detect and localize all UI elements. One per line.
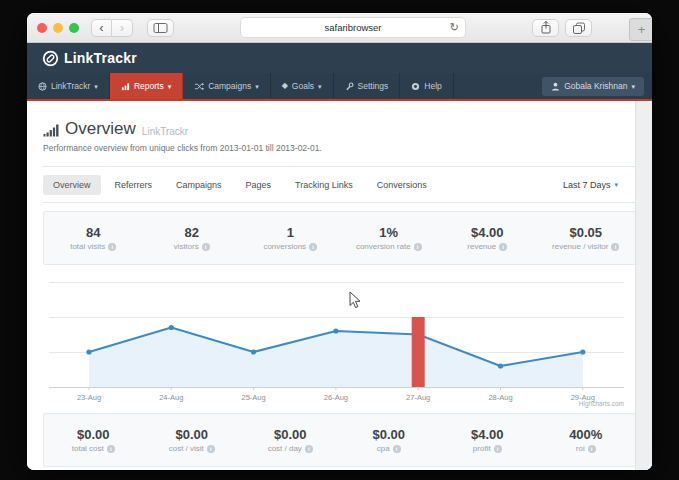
tab-overview[interactable]: Overview [43, 175, 101, 195]
stat-value: $0.00 [175, 427, 208, 442]
nav-item-label: Campaigns [208, 81, 251, 91]
stat-conversion-rate: 1% conversion ratei [340, 212, 439, 264]
svg-text:28-Aug: 28-Aug [488, 393, 512, 402]
page-title: Overview [65, 119, 136, 139]
svg-text:27-Aug: 27-Aug [406, 393, 430, 402]
page-content: Overview LinkTrackr Performance overview… [27, 101, 652, 470]
stat-roi: 400% roii [537, 414, 636, 466]
diamond-icon: ◆ [282, 82, 288, 90]
tab-conversions[interactable]: Conversions [367, 175, 437, 195]
info-icon[interactable]: i [207, 445, 215, 453]
url-text: safaribrowser [324, 22, 381, 33]
stat-label: conversions [263, 242, 306, 251]
tab-referrers[interactable]: Referrers [105, 175, 163, 195]
user-menu[interactable]: Gobala Krishnan ▾ [542, 77, 644, 96]
overview-chart[interactable]: 23-Aug24-Aug25-Aug26-Aug27-Aug28-Aug29-A… [43, 269, 636, 409]
stat-label: roi [576, 444, 585, 453]
refresh-icon[interactable]: ↻ [450, 22, 459, 33]
tabs-icon [572, 21, 586, 35]
nav-item-campaigns[interactable]: Campaigns ▾ [183, 73, 271, 99]
tab-tracking-links[interactable]: Tracking Links [285, 175, 363, 195]
nav-item-help[interactable]: Help [400, 73, 453, 99]
page-header: Overview LinkTrackr Performance overview… [43, 101, 636, 167]
svg-text:25-Aug: 25-Aug [242, 393, 266, 402]
info-icon[interactable]: i [393, 445, 401, 453]
minimize-window-button[interactable] [53, 23, 63, 33]
info-icon[interactable]: i [494, 445, 502, 453]
sidebar-toggle-button[interactable] [147, 19, 174, 37]
sidebar-icon [153, 22, 168, 34]
stat-label: visitors [174, 242, 199, 251]
info-icon[interactable]: i [309, 243, 317, 251]
chart-panel: 23-Aug24-Aug25-Aug26-Aug27-Aug28-Aug29-A… [43, 269, 636, 409]
stat-profit: $4.00 profiti [438, 414, 537, 466]
stat-value: $0.00 [77, 427, 110, 442]
info-icon[interactable]: i [499, 243, 507, 251]
bar-chart-icon [121, 82, 130, 91]
info-icon[interactable]: i [108, 243, 116, 251]
stat-label: profit [473, 444, 491, 453]
site-logo-text[interactable]: LinkTrackr [64, 50, 137, 66]
stats-band-top: 84 total visitsi 82 visitorsi 1 conversi… [43, 211, 636, 265]
info-icon[interactable]: i [305, 445, 313, 453]
stat-cost-per-visit: $0.00 cost / visiti [143, 414, 242, 466]
tab-pages[interactable]: Pages [236, 175, 282, 195]
nav-item-label: Goals [292, 81, 314, 91]
forward-button[interactable]: › [112, 19, 133, 37]
site-header: LinkTrackr [27, 43, 652, 73]
help-ring-icon [411, 82, 420, 91]
stat-value: 400% [569, 427, 602, 442]
shuffle-icon [194, 82, 204, 91]
info-icon[interactable]: i [107, 445, 115, 453]
share-button[interactable] [532, 19, 559, 37]
date-range-label: Last 7 Days [563, 180, 611, 190]
stat-value: $4.00 [471, 427, 504, 442]
info-icon[interactable]: i [588, 445, 596, 453]
chevron-down-icon: ▾ [255, 83, 259, 90]
stat-label: cost / visit [169, 444, 204, 453]
nav-item-linktrackr[interactable]: LinkTrackr ▾ [27, 73, 110, 99]
tab-campaigns[interactable]: Campaigns [166, 175, 232, 195]
nav-item-label: Settings [358, 81, 389, 91]
nav-item-label: Help [424, 81, 441, 91]
nav-item-settings[interactable]: Settings [334, 73, 401, 99]
page-title-brand: LinkTrackr [142, 126, 188, 139]
stat-label: cpa [377, 444, 390, 453]
close-window-button[interactable] [37, 23, 47, 33]
stat-value: $0.00 [274, 427, 307, 442]
stat-value: 84 [86, 225, 100, 240]
linktrackr-logo-icon [42, 50, 59, 67]
address-bar[interactable]: safaribrowser ↻ [240, 17, 466, 38]
stat-value: 82 [185, 225, 199, 240]
date-range-selector[interactable]: Last 7 Days ▾ [563, 180, 636, 190]
stat-visitors: 82 visitorsi [143, 212, 242, 264]
svg-text:26-Aug: 26-Aug [324, 393, 348, 402]
back-button[interactable]: ‹ [91, 19, 112, 37]
stat-value: 1 [287, 225, 294, 240]
stat-total-cost: $0.00 total costi [44, 414, 143, 466]
new-tab-button[interactable]: + [629, 18, 652, 41]
stat-conversions: 1 conversionsi [241, 212, 340, 264]
zoom-window-button[interactable] [69, 23, 79, 33]
overview-chart-icon [43, 122, 59, 137]
nav-item-reports[interactable]: Reports ▾ [110, 73, 183, 99]
stat-cpa: $0.00 cpai [340, 414, 439, 466]
stat-total-visits: 84 total visitsi [44, 212, 143, 264]
stat-value: $0.00 [372, 427, 405, 442]
page-subtitle: Performance overview from unique clicks … [43, 143, 636, 153]
stat-revenue: $4.00 revenuei [438, 212, 537, 264]
user-name: Gobala Krishnan [564, 81, 627, 91]
titlebar: ‹ › safaribrowser ↻ + [27, 13, 652, 43]
chevron-down-icon: ▾ [94, 83, 98, 90]
svg-text:Highcharts.com: Highcharts.com [579, 400, 624, 408]
chevron-down-icon: ▾ [631, 83, 635, 90]
scrollbar-gutter [635, 101, 652, 470]
info-icon[interactable]: i [611, 243, 619, 251]
info-icon[interactable]: i [414, 243, 422, 251]
user-icon [551, 82, 560, 91]
tab-overview-button[interactable] [565, 19, 592, 37]
globe-icon [38, 82, 47, 91]
stat-value: $0.05 [569, 225, 602, 240]
info-icon[interactable]: i [202, 243, 210, 251]
nav-item-goals[interactable]: ◆ Goals ▾ [271, 73, 334, 99]
